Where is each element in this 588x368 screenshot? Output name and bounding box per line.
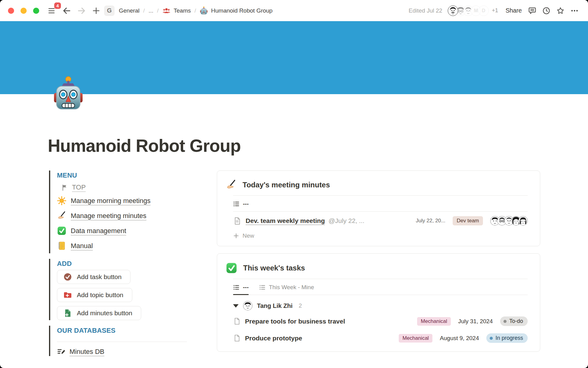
weekly-tasks-card-header: This week's tasks: [226, 262, 528, 279]
page-icon-robot[interactable]: [52, 76, 84, 111]
add-task-button[interactable]: Add task button: [57, 270, 130, 284]
tasks-view-tab-this-week-mine-label: This Week - Mine: [269, 284, 314, 291]
comments-button[interactable]: [527, 5, 538, 16]
ellipsis-icon: [570, 6, 579, 15]
meeting-minutes-card: Today's meeting minutes ---: [217, 171, 540, 246]
minutes-view-tab[interactable]: ---: [233, 201, 249, 211]
add-header: ADD: [57, 259, 217, 270]
sidebar-toggle-button[interactable]: 4: [47, 5, 58, 16]
task-row-meta: Mechanical August 9, 2024 In progress: [399, 333, 528, 343]
breadcrumb-general[interactable]: General: [119, 7, 140, 14]
page-cover: [0, 21, 588, 94]
edit-list-icon: [57, 347, 66, 356]
notification-badge: 4: [54, 2, 61, 9]
check-mark-icon: [57, 226, 66, 236]
topic-folder-icon: [63, 291, 72, 299]
titlebar-right: Edited Jul 22 M D +1 Share: [409, 5, 580, 16]
page-icon: [233, 317, 241, 325]
notebook-icon: [57, 241, 66, 251]
category-tag: Mechanical: [399, 334, 432, 343]
page-title: Humanoid Robot Group: [48, 135, 540, 156]
new-meeting-label: New: [243, 232, 254, 239]
meeting-title-link[interactable]: Dev. team weekly meeting: [246, 217, 325, 224]
avatar-initial-d[interactable]: D: [478, 6, 489, 16]
menu-item-manual[interactable]: Manual: [57, 238, 217, 253]
task-title-link[interactable]: Produce prototype: [245, 335, 302, 342]
tasks-view-tab-this-week-mine[interactable]: This Week - Mine: [259, 284, 314, 295]
breadcrumb-separator: /: [157, 7, 159, 14]
history-button[interactable]: [541, 5, 552, 16]
menu-item-label: Manage morning meetings: [71, 197, 150, 205]
more-members-count[interactable]: +1: [492, 7, 498, 14]
status-dot: [490, 337, 493, 340]
titlebar-actions: [527, 5, 580, 16]
avatar-bob-hair-woman: [518, 216, 528, 225]
divider: [57, 342, 187, 342]
add-topic-button[interactable]: Add topic button: [57, 288, 132, 302]
fullscreen-button[interactable]: [33, 8, 39, 14]
avatar-mustache-man[interactable]: [448, 6, 458, 16]
list-view-icon: [233, 201, 240, 207]
status-label: In progress: [496, 335, 523, 341]
comment-icon: [528, 6, 537, 15]
new-tab-button[interactable]: [91, 5, 102, 16]
teams-icon: [162, 6, 171, 15]
breadcrumb-ellipsis[interactable]: ...: [149, 7, 153, 14]
add-block: ADD Add task button Add topic button Add…: [49, 259, 217, 320]
category-tag: Mechanical: [417, 317, 451, 326]
share-button[interactable]: Share: [506, 7, 522, 14]
plus-icon: [233, 233, 239, 239]
writing-hand-icon: [226, 179, 237, 190]
task-due-date: August 9, 2024: [440, 335, 479, 342]
database-item-minutes-db[interactable]: Minutes DB: [57, 347, 217, 356]
star-icon: [556, 6, 565, 15]
edited-timestamp: Edited Jul 22: [409, 7, 442, 14]
add-minutes-button[interactable]: Add minutes button: [57, 306, 141, 320]
menu-block: MENU TOP Manage morning meetings Manage …: [49, 171, 217, 253]
workspace-chip[interactable]: G: [104, 6, 115, 16]
page-body: Humanoid Robot Group MENU TOP Manage mor…: [0, 135, 588, 362]
more-options-button[interactable]: [569, 5, 580, 16]
minutes-view-tab-label: ---: [243, 201, 249, 207]
task-title-link[interactable]: Prepare tools for business travel: [245, 318, 345, 325]
check-mark-icon: [226, 262, 237, 274]
list-view-icon: [233, 284, 240, 291]
menu-item-data-management[interactable]: Data management: [57, 223, 217, 238]
back-button[interactable]: [61, 5, 72, 16]
page-icon: [233, 334, 241, 342]
breadcrumb-current-page[interactable]: Humanoid Robot Group: [200, 6, 273, 15]
collapse-caret-icon[interactable]: [233, 304, 239, 308]
titlebar: 4 G General / ... / Teams /: [0, 0, 588, 21]
plus-icon: [92, 6, 100, 15]
writing-hand-icon: [57, 211, 66, 220]
favorite-button[interactable]: [555, 5, 566, 16]
forward-arrow-icon: [77, 6, 86, 15]
left-column: MENU TOP Manage morning meetings Manage …: [48, 171, 217, 362]
task-row: Produce prototype Mechanical August 9, 2…: [233, 330, 528, 347]
status-badge-in-progress: In progress: [486, 333, 528, 343]
assignee-task-count: 2: [299, 302, 302, 309]
task-row: Prepare tools for business travel Mechan…: [233, 313, 528, 330]
menu-item-top[interactable]: TOP: [57, 182, 217, 193]
menu-item-meeting-minutes[interactable]: Manage meeting minutes: [57, 208, 217, 223]
minimize-button[interactable]: [21, 8, 27, 14]
weekly-tasks-card: This week's tasks --- Th: [217, 253, 540, 352]
status-badge-todo: To-do: [500, 316, 528, 326]
tasks-view-tab-all[interactable]: ---: [233, 284, 249, 295]
menu-item-morning-meetings[interactable]: Manage morning meetings: [57, 193, 217, 208]
assignee-name[interactable]: Tang Lik Zhi: [257, 302, 292, 309]
breadcrumb-teams[interactable]: Teams: [162, 6, 191, 15]
page-icon: [233, 217, 241, 225]
databases-block: OUR DATABASES Minutes DB: [49, 326, 217, 356]
forward-button[interactable]: [76, 5, 87, 16]
close-button[interactable]: [8, 8, 14, 14]
member-avatar-stack[interactable]: M D: [448, 6, 489, 16]
list-view-icon: [259, 284, 266, 291]
minutes-file-icon: [63, 309, 72, 317]
menu-item-label: Data management: [71, 227, 126, 235]
assignee-avatar: [243, 301, 252, 310]
tasks-view-tabs: --- This Week - Mine: [233, 279, 528, 295]
meeting-minutes-card-title: Today's meeting minutes: [243, 181, 330, 189]
add-minutes-label: Add minutes button: [77, 309, 132, 317]
new-meeting-button[interactable]: New: [233, 229, 528, 241]
